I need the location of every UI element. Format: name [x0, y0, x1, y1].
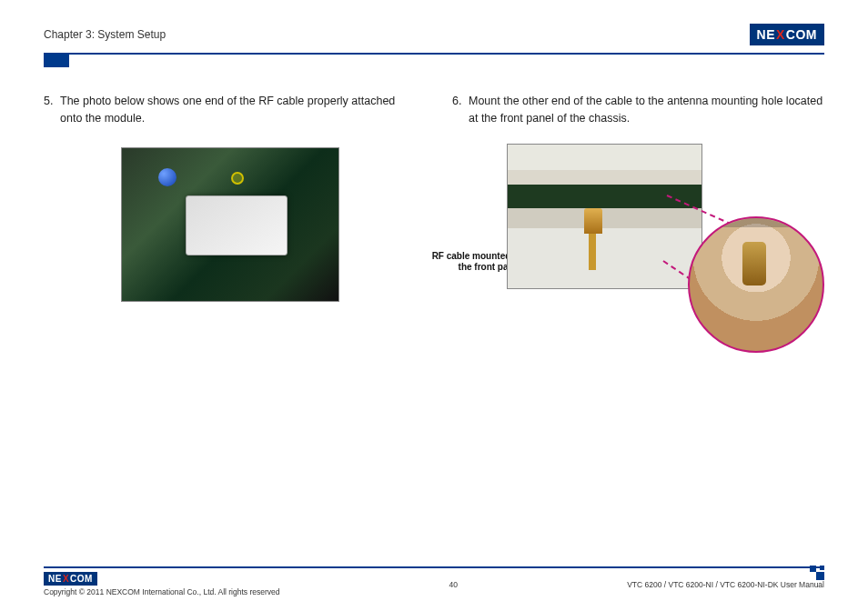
step-5: 5. The photo below shows one end of the … [44, 93, 416, 127]
step-5-text: The photo below shows one end of the RF … [60, 93, 416, 127]
callout-detail-circle [688, 216, 824, 353]
step-6-figure: RF cable mounted at the front panel [452, 144, 824, 380]
highlight-circle-icon [231, 172, 244, 185]
nexcom-logo-bottom: NE X COM [44, 572, 97, 586]
footer-left: NE X COM Copyright © 2011 NEXCOM Interna… [44, 572, 280, 596]
header-accent-block [44, 55, 69, 67]
footer-rule [44, 566, 824, 568]
chapter-title: Chapter 3: System Setup [44, 28, 166, 41]
content-columns: 5. The photo below shows one end of the … [44, 93, 824, 380]
header-rule [44, 53, 824, 55]
page-footer: NE X COM Copyright © 2011 NEXCOM Interna… [44, 566, 824, 596]
copyright-text: Copyright © 2011 NEXCOM International Co… [44, 587, 280, 596]
logo-bottom-right: COM [70, 574, 93, 584]
logo-bottom-x: X [63, 574, 69, 584]
page-header: Chapter 3: System Setup NE X COM [44, 22, 824, 47]
logo-part-right: COM [786, 27, 817, 42]
step-6-number: 6. [452, 93, 469, 127]
step-6-text: Mount the other end of the cable to the … [469, 93, 824, 127]
left-column: 5. The photo below shows one end of the … [44, 93, 416, 380]
step-5-number: 5. [44, 93, 60, 127]
rf-cable-module-photo [121, 147, 339, 302]
nexcom-logo-top: NE X COM [750, 24, 824, 45]
logo-bottom-left: NE [48, 574, 62, 584]
step-5-figure-wrap [44, 147, 416, 302]
step-6: 6. Mount the other end of the cable to t… [452, 93, 824, 127]
logo-part-x: X [776, 27, 785, 42]
page-number: 40 [449, 580, 458, 589]
document-title: VTC 6200 / VTC 6200-NI / VTC 6200-NI-DK … [627, 580, 824, 589]
right-column: 6. Mount the other end of the cable to t… [452, 93, 824, 380]
logo-part-left: NE [757, 27, 775, 42]
